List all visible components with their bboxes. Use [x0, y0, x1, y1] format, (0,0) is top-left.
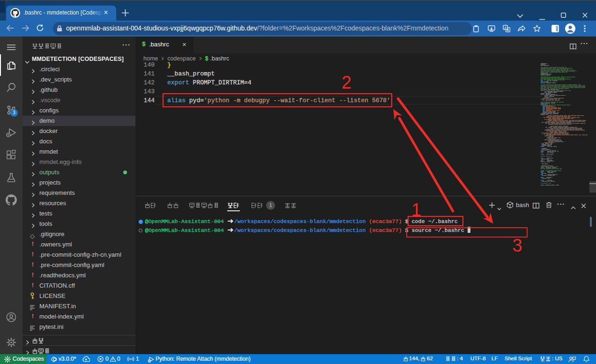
svg-text:1: 1: [411, 200, 421, 220]
svg-text:2: 2: [342, 73, 351, 92]
svg-text:3: 3: [513, 236, 522, 255]
